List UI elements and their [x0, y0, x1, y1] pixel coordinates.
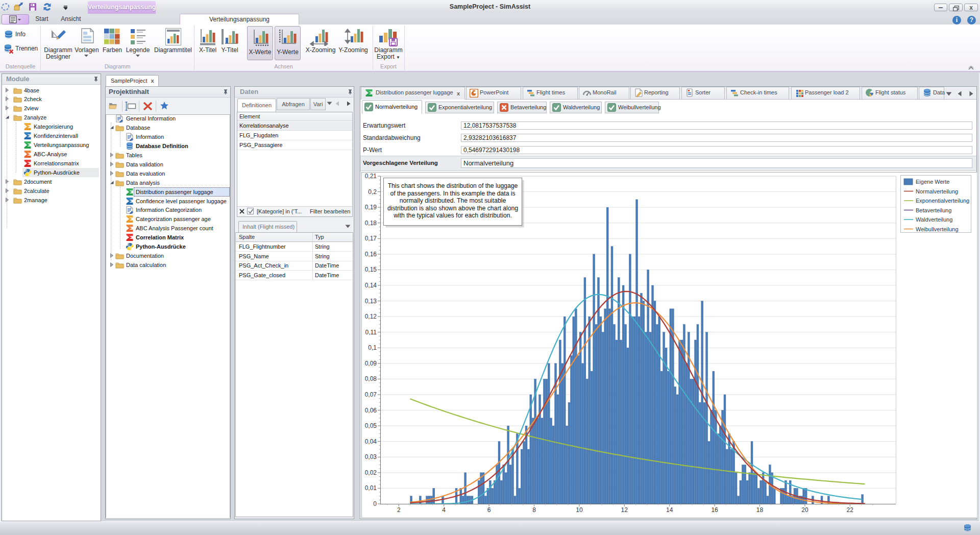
svg-text:0,15: 0,15	[365, 266, 377, 273]
svg-text:16: 16	[711, 506, 718, 514]
svg-text:Betaverteilung: Betaverteilung	[916, 207, 951, 213]
svg-text:0,03: 0,03	[365, 453, 377, 460]
svg-text:0,13: 0,13	[365, 298, 377, 305]
svg-text:0,01: 0,01	[365, 484, 377, 492]
svg-text:0,07: 0,07	[365, 391, 377, 398]
svg-text:Weibullverteilung: Weibullverteilung	[916, 226, 959, 232]
svg-text:Waldverteilung: Waldverteilung	[916, 216, 952, 223]
svg-text:0,19: 0,19	[365, 204, 377, 211]
svg-text:0,2: 0,2	[368, 188, 377, 196]
svg-text:distribution is also shown abo: distribution is also shown above the cha…	[387, 205, 518, 212]
svg-text:20: 20	[801, 506, 808, 514]
svg-text:14: 14	[666, 506, 673, 514]
svg-text:4: 4	[442, 506, 446, 514]
svg-text:0,06: 0,06	[365, 407, 377, 414]
svg-text:Eigene Werte: Eigene Werte	[916, 179, 949, 185]
svg-text:Exponentialverteilung: Exponentialverteilung	[916, 198, 969, 204]
svg-text:6: 6	[487, 506, 491, 514]
svg-text:22: 22	[847, 506, 854, 514]
svg-text:This chart shows the distribut: This chart shows the distribution of the…	[388, 182, 518, 189]
svg-text:0,02: 0,02	[365, 469, 377, 476]
svg-text:8: 8	[532, 506, 536, 514]
svg-text:0,11: 0,11	[365, 329, 377, 336]
svg-text:0,21: 0,21	[365, 173, 377, 180]
svg-text:0,16: 0,16	[365, 251, 377, 258]
svg-text:2: 2	[397, 506, 401, 514]
svg-text:12: 12	[621, 506, 628, 514]
svg-text:18: 18	[756, 506, 764, 514]
svg-text:0,18: 0,18	[365, 220, 377, 227]
svg-text:10: 10	[576, 506, 583, 514]
svg-text:0: 0	[373, 500, 377, 507]
svg-text:0,17: 0,17	[365, 235, 377, 242]
svg-text:with the typical values for ea: with the typical values for each distrib…	[393, 212, 512, 219]
svg-text:0,1: 0,1	[368, 344, 377, 351]
svg-text:0,12: 0,12	[365, 313, 377, 320]
svg-text:0,04: 0,04	[365, 438, 377, 445]
svg-text:of the passengers. In this exa: of the passengers. In this example the d…	[390, 190, 515, 197]
svg-text:0,14: 0,14	[365, 282, 377, 289]
svg-text:0,08: 0,08	[365, 375, 377, 382]
svg-text:0,09: 0,09	[365, 360, 377, 367]
svg-text:0,05: 0,05	[365, 422, 377, 429]
svg-text:Normalverteilung: Normalverteilung	[916, 188, 958, 194]
svg-text:normally distributed. The most: normally distributed. The most suitable	[400, 197, 506, 204]
